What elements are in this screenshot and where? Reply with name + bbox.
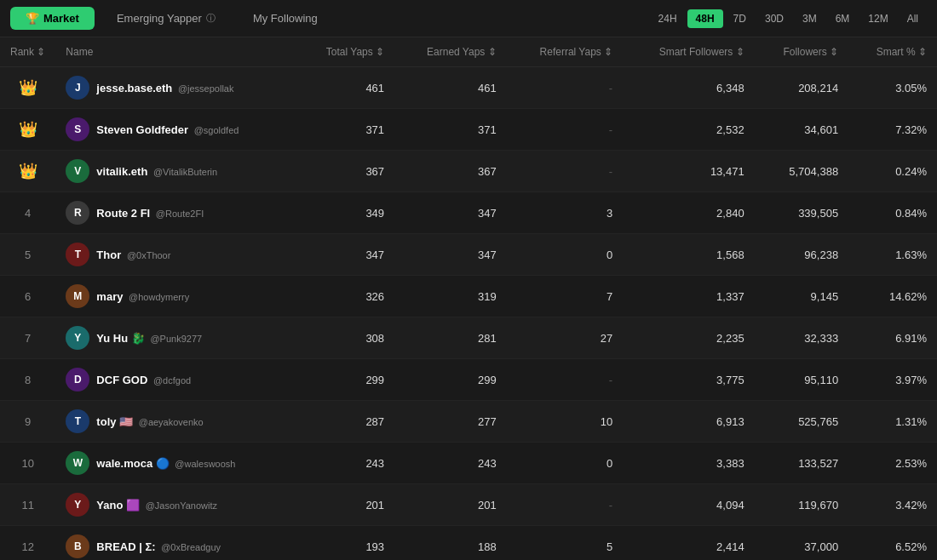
name-cell: Y Yu Hu 🐉 @Punk9277 bbox=[55, 317, 296, 359]
tab-market[interactable]: 🏆 Market bbox=[10, 7, 95, 30]
col-total-yaps[interactable]: Total Yaps ⇕ bbox=[296, 37, 394, 67]
table-container: Rank ⇕ Name Total Yaps ⇕ Earned Yaps ⇕ R… bbox=[0, 37, 937, 560]
table-row[interactable]: 4 R Route 2 FI @Route2FI 34934732,840339… bbox=[0, 192, 937, 234]
time-btn-7d[interactable]: 7D bbox=[725, 9, 755, 28]
table-row[interactable]: 6 M mary @howdymerry 32631971,3379,14514… bbox=[0, 276, 937, 317]
col-name[interactable]: Name bbox=[55, 37, 296, 67]
referral-yaps: - bbox=[507, 484, 624, 526]
user-name[interactable]: jesse.base.eth bbox=[96, 82, 172, 94]
total-yaps: 461 bbox=[296, 67, 394, 109]
smart-pct: 1.63% bbox=[848, 234, 937, 276]
user-handle: @0xBreadguy bbox=[161, 542, 221, 552]
table-row[interactable]: 7 Y Yu Hu 🐉 @Punk9277 308281272,23532,33… bbox=[0, 317, 937, 359]
earned-yaps: 281 bbox=[394, 317, 507, 359]
time-btn-24h[interactable]: 24H bbox=[650, 9, 686, 28]
table-row[interactable]: 👑 V vitalik.eth @VitalikButerin 367367-1… bbox=[0, 151, 937, 192]
earned-yaps: 347 bbox=[394, 192, 507, 234]
table-row[interactable]: 8 D DCF GOD @dcfgod 299299-3,77595,1103.… bbox=[0, 359, 937, 401]
smart-followers: 1,568 bbox=[623, 234, 755, 276]
avatar: V bbox=[66, 159, 89, 183]
earned-yaps: 201 bbox=[394, 484, 507, 526]
table-row[interactable]: 👑 S Steven Goldfeder @sgoldfed 371371-2,… bbox=[0, 109, 937, 151]
user-handle: @JasonYanowitz bbox=[146, 500, 217, 511]
table-row[interactable]: 5 T Thor @0xThoor 34734701,56896,2381.63… bbox=[0, 234, 937, 276]
table-row[interactable]: 12 B BREAD | Σ: @0xBreadguy 19318852,414… bbox=[0, 526, 937, 561]
total-yaps: 371 bbox=[296, 109, 394, 151]
user-name[interactable]: DCF GOD bbox=[96, 374, 147, 386]
time-btn-3m[interactable]: 3M bbox=[794, 9, 825, 28]
user-name[interactable]: vitalik.eth bbox=[96, 165, 147, 178]
col-smart-followers[interactable]: Smart Followers ⇕ bbox=[623, 37, 755, 67]
table-row[interactable]: 11 Y Yano 🟪 @JasonYanowitz 201201-4,0941… bbox=[0, 484, 937, 526]
followers: 339,505 bbox=[755, 192, 848, 234]
total-yaps: 347 bbox=[296, 234, 394, 276]
smart-pct: 0.24% bbox=[848, 151, 937, 192]
smart-followers: 2,235 bbox=[623, 317, 755, 359]
time-btn-all[interactable]: All bbox=[899, 9, 927, 28]
name-cell: D DCF GOD @dcfgod bbox=[55, 359, 296, 401]
time-btn-30d[interactable]: 30D bbox=[756, 9, 792, 28]
smart-followers: 6,348 bbox=[623, 67, 755, 109]
user-name[interactable]: Route 2 FI bbox=[96, 207, 150, 220]
smart-pct: 1.31% bbox=[848, 401, 937, 443]
user-name[interactable]: Thor bbox=[96, 249, 121, 261]
referral-yaps: 7 bbox=[507, 276, 624, 317]
rank-cell: 9 bbox=[0, 401, 55, 443]
user-name[interactable]: BREAD | Σ: bbox=[96, 540, 155, 553]
followers: 119,670 bbox=[755, 484, 848, 526]
col-earned-yaps[interactable]: Earned Yaps ⇕ bbox=[394, 37, 507, 67]
tab-following[interactable]: My Following bbox=[238, 7, 333, 30]
referral-yaps: - bbox=[507, 67, 624, 109]
referral-yaps: - bbox=[507, 151, 624, 192]
time-btn-6m[interactable]: 6M bbox=[827, 9, 859, 28]
name-cell: J jesse.base.eth @jessepollak bbox=[55, 67, 296, 109]
user-name[interactable]: Yu Hu 🐉 bbox=[96, 332, 144, 345]
referral-yaps: - bbox=[507, 359, 624, 401]
avatar: T bbox=[66, 243, 89, 266]
referral-yaps: - bbox=[507, 109, 624, 151]
smart-followers: 2,414 bbox=[623, 526, 755, 561]
tab-emerging[interactable]: Emerging Yapper ⓘ bbox=[101, 7, 231, 30]
table-row[interactable]: 10 W wale.moca 🔵 @waleswoosh 24324303,38… bbox=[0, 443, 937, 484]
earned-yaps: 277 bbox=[394, 401, 507, 443]
name-cell: T Thor @0xThoor bbox=[55, 234, 296, 276]
smart-pct: 14.62% bbox=[848, 276, 937, 317]
smart-followers: 6,913 bbox=[623, 401, 755, 443]
total-yaps: 349 bbox=[296, 192, 394, 234]
time-btn-12m[interactable]: 12M bbox=[859, 9, 896, 28]
tab-market-label: Market bbox=[43, 12, 79, 25]
rank-cell: 5 bbox=[0, 234, 55, 276]
col-smart-pct[interactable]: Smart % ⇕ bbox=[848, 37, 937, 67]
referral-yaps: 10 bbox=[507, 401, 624, 443]
rank-cell: 12 bbox=[0, 526, 55, 561]
time-btn-48h[interactable]: 48H bbox=[687, 9, 723, 28]
user-name[interactable]: mary bbox=[96, 290, 123, 303]
smart-pct: 7.32% bbox=[848, 109, 937, 151]
col-referral-yaps[interactable]: Referral Yaps ⇕ bbox=[507, 37, 624, 67]
rank-cell: 👑 bbox=[0, 67, 55, 109]
followers: 208,214 bbox=[755, 67, 848, 109]
user-name[interactable]: Steven Goldfeder bbox=[96, 123, 188, 136]
tab-following-label: My Following bbox=[253, 12, 318, 25]
col-rank[interactable]: Rank ⇕ bbox=[0, 37, 55, 67]
col-followers[interactable]: Followers ⇕ bbox=[755, 37, 848, 67]
earned-yaps: 243 bbox=[394, 443, 507, 484]
rank-cell: 👑 bbox=[0, 151, 55, 192]
total-yaps: 326 bbox=[296, 276, 394, 317]
user-name[interactable]: toly 🇺🇸 bbox=[96, 415, 133, 428]
rank-cell: 8 bbox=[0, 359, 55, 401]
rank-cell: 4 bbox=[0, 192, 55, 234]
name-cell: R Route 2 FI @Route2FI bbox=[55, 192, 296, 234]
referral-yaps: 5 bbox=[507, 526, 624, 561]
total-yaps: 287 bbox=[296, 401, 394, 443]
earned-yaps: 188 bbox=[394, 526, 507, 561]
user-name[interactable]: Yano 🟪 bbox=[96, 499, 140, 511]
earned-yaps: 319 bbox=[394, 276, 507, 317]
user-handle: @waleswoosh bbox=[175, 459, 235, 469]
avatar: R bbox=[66, 201, 89, 225]
trophy-icon: 🏆 bbox=[26, 12, 39, 25]
followers: 95,110 bbox=[755, 359, 848, 401]
table-row[interactable]: 9 T toly 🇺🇸 @aeyakovenko 287277106,91352… bbox=[0, 401, 937, 443]
table-row[interactable]: 👑 J jesse.base.eth @jessepollak 461461-6… bbox=[0, 67, 937, 109]
user-name[interactable]: wale.moca 🔵 bbox=[96, 457, 169, 470]
